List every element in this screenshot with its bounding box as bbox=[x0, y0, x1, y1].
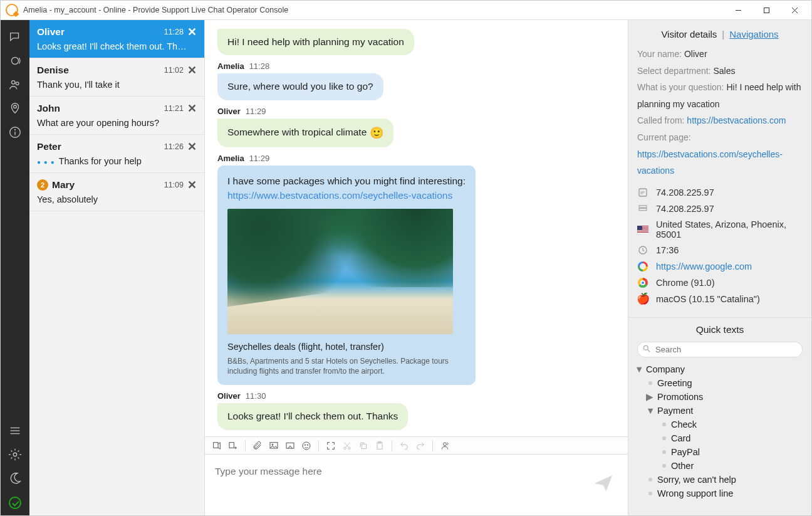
smile-emoji-icon: 🙂 bbox=[370, 127, 383, 139]
image-icon[interactable] bbox=[267, 439, 281, 453]
app-logo-icon bbox=[6, 4, 18, 16]
chat-preview: What are your opening hours? bbox=[37, 118, 197, 128]
copy-icon bbox=[357, 439, 370, 453]
svg-point-4 bbox=[12, 58, 19, 65]
tree-node-company[interactable]: ▼Company bbox=[635, 362, 805, 376]
info-icon[interactable] bbox=[1, 120, 29, 144]
compose-toolbar bbox=[205, 436, 628, 454]
svg-rect-32 bbox=[639, 208, 647, 210]
chat-name: Denise bbox=[37, 65, 164, 76]
flag-icon bbox=[637, 224, 648, 235]
send-button[interactable] bbox=[593, 473, 618, 498]
chat-preview: Thank you, I'll take it bbox=[37, 80, 197, 90]
svg-point-7 bbox=[14, 105, 17, 108]
chat-list-item[interactable]: 2Mary11:09✕ Yes, absolutely bbox=[29, 173, 204, 211]
svg-point-6 bbox=[16, 82, 19, 85]
chat-time: 11:09 bbox=[164, 181, 184, 189]
tree-leaf-paypal[interactable]: PayPal bbox=[635, 445, 805, 459]
tree-leaf-wrong[interactable]: Wrong support line bbox=[635, 487, 805, 500]
titlebar: Amelia - my_account - Online - Provide S… bbox=[1, 1, 811, 20]
location-icon[interactable] bbox=[1, 97, 29, 120]
right-panel: Visitor details | Navigations Your name:… bbox=[628, 20, 811, 515]
chat-list-item[interactable]: Oliver11:28✕ Looks great! I'll check the… bbox=[29, 20, 204, 58]
tree-leaf-card[interactable]: Card bbox=[635, 431, 805, 445]
visitor-message: Looks great! I'll check them out. Thanks bbox=[217, 403, 408, 429]
referrer-link[interactable]: https://www.google.com bbox=[656, 261, 752, 271]
search-icon bbox=[642, 344, 651, 355]
emoji-icon[interactable] bbox=[299, 439, 313, 453]
canned-response-icon[interactable] bbox=[210, 439, 224, 453]
menu-icon[interactable] bbox=[1, 419, 29, 443]
svg-text:IP: IP bbox=[640, 190, 645, 196]
maximize-button[interactable] bbox=[752, 1, 781, 19]
screenshot-icon[interactable] bbox=[283, 439, 297, 453]
visitor-message: Hi! I need help with planning my vacatio… bbox=[217, 29, 414, 55]
chrome-icon bbox=[637, 277, 648, 288]
fullscreen-icon[interactable] bbox=[324, 439, 338, 453]
chat-list-item[interactable]: Denise11:02✕ Thank you, I'll take it bbox=[29, 58, 204, 97]
ip-address: 74.208.225.97 bbox=[656, 187, 714, 197]
transfer-icon[interactable] bbox=[438, 439, 452, 453]
tree-leaf-other[interactable]: Other bbox=[635, 459, 805, 473]
tree-leaf-sorry[interactable]: Sorry, we can't help bbox=[635, 473, 805, 487]
chats-icon[interactable] bbox=[1, 25, 29, 49]
agent-message-card: I have some packages which you might fin… bbox=[217, 166, 476, 385]
card-image bbox=[227, 209, 453, 334]
visitor-time: 17:36 bbox=[656, 245, 679, 255]
host-icon bbox=[637, 203, 648, 214]
tree-node-promotions[interactable]: ▶Promotions bbox=[635, 390, 805, 404]
quick-texts-tree: ▼Company Greeting ▶Promotions ▼Payment C… bbox=[628, 362, 811, 515]
online-status-icon[interactable] bbox=[9, 497, 21, 509]
toolbar-separator bbox=[392, 440, 392, 451]
tree-node-greeting[interactable]: Greeting bbox=[635, 376, 805, 390]
card-link[interactable]: https://www.bestvacations.com/seychelles… bbox=[227, 190, 452, 201]
compose-input-area bbox=[205, 454, 628, 515]
paste-icon bbox=[373, 439, 387, 453]
called-from-link[interactable]: https://bestvacations.com bbox=[687, 115, 786, 125]
agent-message: Sure, where would you like to go? bbox=[217, 73, 383, 100]
redo-icon bbox=[414, 439, 427, 453]
close-chat-icon[interactable]: ✕ bbox=[187, 66, 197, 75]
chat-name: Peter bbox=[37, 141, 164, 152]
quick-texts-search[interactable] bbox=[637, 342, 803, 357]
add-canned-icon[interactable] bbox=[226, 439, 240, 453]
tree-node-payment[interactable]: ▼Payment bbox=[635, 404, 805, 418]
svg-line-35 bbox=[648, 350, 650, 352]
message-list[interactable]: Hi! I need help with planning my vacatio… bbox=[205, 20, 628, 436]
current-page-link[interactable]: https://bestvacations.com/seychelles-vac… bbox=[637, 149, 783, 176]
ip-icon: IP bbox=[637, 187, 648, 198]
message-meta: Amelia11:29 bbox=[217, 154, 615, 163]
visitor-department: Sales bbox=[713, 66, 735, 76]
apple-icon: 🍎 bbox=[637, 293, 648, 305]
visitor-info-list: IP74.208.225.97 74.208.225.97 United Sta… bbox=[628, 179, 811, 317]
svg-point-10 bbox=[15, 129, 16, 130]
close-chat-icon[interactable]: ✕ bbox=[187, 181, 197, 189]
night-mode-icon[interactable] bbox=[1, 466, 29, 490]
close-chat-icon[interactable]: ✕ bbox=[187, 142, 197, 151]
chat-preview: Thanks for your help bbox=[37, 156, 197, 166]
help-call-icon[interactable] bbox=[1, 49, 29, 73]
visitor-details: Your name: Oliver Select department: Sal… bbox=[628, 46, 811, 179]
message-input[interactable] bbox=[215, 466, 593, 488]
tree-leaf-check[interactable]: Check bbox=[635, 418, 805, 431]
attach-file-icon[interactable] bbox=[251, 439, 264, 453]
close-chat-icon[interactable]: ✕ bbox=[187, 104, 197, 113]
visitor-name: Oliver bbox=[684, 49, 707, 59]
toolbar-separator bbox=[245, 440, 246, 451]
minimize-button[interactable] bbox=[724, 1, 752, 19]
chat-list-item[interactable]: John11:21✕ What are your opening hours? bbox=[29, 97, 204, 135]
close-window-button[interactable] bbox=[781, 1, 809, 19]
browser-value: Chrome (91.0) bbox=[656, 278, 714, 288]
chat-list-item[interactable]: Peter11:26✕ Thanks for your help bbox=[29, 135, 204, 173]
undo-icon bbox=[397, 439, 411, 453]
tab-navigations[interactable]: Navigations bbox=[729, 29, 778, 39]
settings-icon[interactable] bbox=[1, 443, 29, 466]
quick-texts-panel: Quick texts ▼Company Greeting ▶Promotion… bbox=[628, 317, 811, 515]
unread-badge: 2 bbox=[37, 179, 48, 191]
svg-point-20 bbox=[303, 442, 310, 450]
close-chat-icon[interactable]: ✕ bbox=[187, 28, 197, 36]
message-meta: Oliver11:30 bbox=[217, 391, 615, 401]
visitors-icon[interactable] bbox=[1, 73, 29, 97]
svg-rect-31 bbox=[639, 205, 647, 207]
tab-visitor-details[interactable]: Visitor details bbox=[661, 29, 717, 39]
